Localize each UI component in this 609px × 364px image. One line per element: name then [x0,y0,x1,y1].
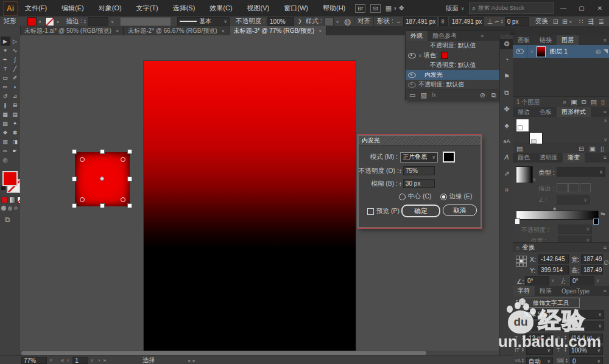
chevron-down-icon[interactable]: ∨ [56,19,59,24]
maximize-button[interactable]: ▢ [572,5,591,12]
tab-transparency[interactable]: 透明度 [535,153,563,163]
menu-type[interactable]: 文字(T) [129,4,166,13]
gradient-angle-dropdown[interactable]: ∨ [557,195,590,205]
stock-icon[interactable]: St [370,4,381,13]
constrain-link-icon[interactable]: ∅ [604,260,609,266]
panel-menu-icon[interactable]: ≡ [604,245,607,251]
close-tab-icon[interactable]: × [222,28,225,34]
artboard[interactable] [143,60,356,356]
screen-mode-icon[interactable] [14,206,18,210]
glow-color-swatch[interactable] [443,152,455,163]
edge-radio-label[interactable]: 边缘 (E) [449,192,473,201]
mesh-tool[interactable]: ▤ [10,110,20,119]
color-mode-button[interactable] [1,197,8,203]
tab-color[interactable]: 颜色 [513,153,535,163]
flag-icon[interactable]: ⚑ [500,73,513,80]
font-style-dropdown[interactable]: ∨ [521,321,604,331]
blend-tool[interactable]: ❖ [1,128,10,137]
blur-stepper[interactable]: ▲▼ [399,181,402,186]
zoom-level-field[interactable]: 77% [21,357,47,364]
reference-point-locator[interactable] [516,256,527,267]
shape-extra-icon[interactable]: ⌐ [495,18,499,25]
rectangle-tool[interactable]: ▭ [1,73,10,82]
stroke-color-swatch[interactable] [45,17,54,26]
appearance-row-fill[interactable]: ∨ 填色: [406,51,511,60]
gradient-stop-start[interactable] [515,219,520,225]
flower-gear-icon[interactable]: ❂ [500,39,513,49]
blur-field[interactable]: 30 px [403,179,435,188]
tab-paragraph[interactable]: 段落 [535,286,557,296]
preview-label[interactable]: 预览 (P) [376,207,400,215]
visibility-eye-icon[interactable] [408,72,416,78]
gradient-mode-button[interactable] [9,197,16,203]
gradient-slider-bar[interactable] [516,211,599,220]
visibility-eye-icon[interactable] [408,82,416,88]
selection-handle[interactable] [72,203,77,208]
shape-height-field[interactable]: 187.491 px [449,17,484,26]
touch-type-button[interactable]: 修饰文字工具 [523,298,580,308]
selection-handle[interactable] [127,149,132,154]
scroll-down-icon[interactable]: ∨ [604,137,607,142]
tracking-field[interactable]: 0∨ [570,357,603,364]
club-icon[interactable]: ♣ [500,122,513,129]
stroke-weight-field[interactable] [88,17,108,26]
default-fill-stroke-icon[interactable] [1,186,5,190]
draw-modes-icon[interactable]: ⧉ [5,216,10,223]
gradient-tool[interactable]: ▧ [1,119,10,128]
vertical-scale-stepper[interactable]: ▲▼ [521,347,524,352]
ok-button[interactable]: 确定 [401,205,440,217]
chevron-down-icon[interactable]: ∨ [393,6,396,10]
tab-swatches[interactable]: 色板 [535,107,557,117]
workspace-switcher[interactable]: 版面 [446,4,459,13]
grid-icon[interactable]: ⌗ [500,187,513,194]
touch-workspace-icon[interactable]: ❖ [398,5,404,12]
kerning-field[interactable]: 自动∨ [526,357,553,364]
close-tab-icon[interactable]: × [319,28,322,34]
shape-builder-tool[interactable]: ⊞ [10,100,20,110]
selection-tool[interactable]: ▶ [1,37,10,46]
bridge-icon[interactable]: Br [355,4,365,13]
link-dimensions-icon[interactable]: ∞ [439,17,448,26]
arrange-documents-icon[interactable]: ▦ [385,5,392,12]
document-tab-1[interactable]: 未标题-1.ai* @ 50% (RGB/预览) × [20,26,124,35]
quarter-circle-icon[interactable]: ◔ [500,57,513,63]
screen-mode-icon[interactable] [1,206,6,211]
tab-color-guide[interactable]: 颜色参考 [428,31,462,41]
visibility-eye-icon[interactable] [408,53,416,58]
live-corner-widget[interactable] [80,157,85,162]
corner-radius-field[interactable]: 0 px [505,17,529,26]
minimize-button[interactable]: — [554,5,572,12]
stop-opacity-dropdown[interactable]: ∨ [558,225,592,234]
recolor-artwork-icon[interactable]: ◍ [344,18,351,26]
visibility-eye-icon[interactable] [516,49,524,54]
fill-swatch[interactable] [441,52,448,59]
bounding-box-icon[interactable]: ⊡ [553,18,558,25]
font-size-field[interactable]: 12 pt∨ [526,334,553,343]
gradient-type-dropdown[interactable]: ∨ [557,167,605,177]
rotate-tool[interactable]: ↺ [1,91,10,100]
arrows-icon[interactable]: ⇶ [588,18,594,25]
opacity-stepper[interactable]: ▲▼ [399,169,402,173]
artboard-number-field[interactable]: 1 [72,357,88,364]
status-resize-handle[interactable]: ▸ ◂ [188,358,194,363]
prev-artboard-icon[interactable]: ‹ [67,358,69,363]
zoom-tool[interactable]: ◎ [1,155,10,164]
chevron-down-icon[interactable]: ∨ [38,19,41,24]
chevron-down-icon[interactable]: ∨ [533,177,536,182]
selection-handle[interactable] [72,149,77,154]
tab-character[interactable]: 字符 [513,286,535,296]
hand-tool[interactable]: ☛ [10,146,20,155]
vertical-scale-field[interactable]: ∨ [526,346,553,355]
center-point[interactable] [100,177,104,181]
y-field[interactable]: 399.914 [538,265,569,275]
chevron-down-icon[interactable]: ∨ [90,358,93,363]
layer-name[interactable]: 图层 1 [549,47,568,56]
appearance-row-inner-glow-selected[interactable]: 内发光 fx [406,70,511,80]
stock-search-box[interactable]: ⌕ 搜索 Adobe Stock [469,2,554,14]
export-icon[interactable]: ⇗ [500,170,513,177]
style-library-icon[interactable]: ▤ [516,145,523,152]
direct-selection-tool[interactable]: ▷ [10,37,20,46]
delete-layer-icon[interactable]: ▯ [601,99,605,105]
layer-thumbnail[interactable] [537,46,546,57]
chevron-down-icon[interactable]: ∨ [111,19,114,24]
